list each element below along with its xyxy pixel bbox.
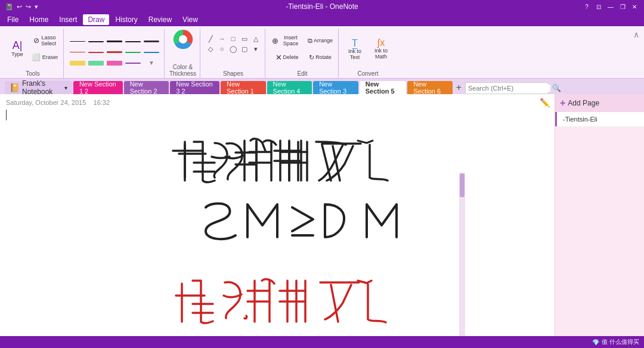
ink-to-text-button[interactable]: T̲ Ink toText: [343, 33, 366, 65]
title-bar: 📓 ↩ ↪ ▾ -Tientsin-Eli - OneNote ? ⊡ — ❐ …: [0, 0, 644, 13]
page-item-tientsin[interactable]: -Tientsin-Eli: [555, 112, 644, 126]
pen-black-2[interactable]: [87, 37, 105, 46]
search-icon[interactable]: 🔍: [552, 84, 561, 92]
shape-oval[interactable]: ○: [216, 44, 227, 54]
ribbon: A| Type ⊘ LassoSelect ⬜ Eraser Tools: [0, 26, 644, 79]
convert-label: Convert: [358, 70, 379, 77]
pen-pink-1[interactable]: [106, 58, 123, 68]
maximize-button[interactable]: ❐: [618, 2, 627, 11]
ribbon-group-edit: ⊕Insert Space ✕Delete ⧉Arrange ↻Rotate E…: [267, 29, 339, 78]
pen-black-3[interactable]: [106, 37, 123, 46]
section-tab-5[interactable]: New Section 4: [267, 81, 312, 94]
note-canvas[interactable]: Saturday, October 24, 2015 16:32 ✏️: [0, 94, 555, 348]
shape-rect2[interactable]: ▭: [239, 34, 250, 44]
lasso-button[interactable]: ⊘ LassoSelect: [30, 33, 60, 48]
main-area: Saturday, October 24, 2015 16:32 ✏️: [0, 94, 644, 348]
section-tab-4[interactable]: New Section 1: [221, 81, 266, 94]
note-toolbar: ✏️: [540, 98, 550, 107]
menu-file[interactable]: File: [2, 14, 23, 25]
shapes-label: Shapes: [223, 70, 243, 77]
pen-black-4[interactable]: [124, 37, 142, 46]
shape-rounded[interactable]: ▢: [239, 44, 250, 54]
pen-yellow-1[interactable]: [69, 58, 86, 68]
rotate-button[interactable]: ↻Rotate: [306, 49, 335, 65]
edit-pencil-icon[interactable]: ✏️: [540, 98, 550, 107]
note-date: Saturday, October 24, 2015 16:32: [6, 99, 110, 106]
menu-draw[interactable]: Draw: [83, 14, 109, 25]
eraser-button[interactable]: ⬜ Eraser: [30, 49, 60, 65]
add-page-icon: +: [560, 98, 565, 108]
section-tab-3[interactable]: New Section 3 2: [170, 81, 219, 94]
section-tab-8[interactable]: New Section 6: [407, 81, 453, 94]
minimize-button[interactable]: —: [606, 2, 615, 11]
pen-red-3[interactable]: [106, 48, 123, 57]
ribbon-group-color: Color &Thickness: [166, 29, 200, 78]
pen-red-2[interactable]: [87, 48, 105, 57]
shape-line[interactable]: ╱: [205, 34, 216, 44]
search-input[interactable]: [468, 85, 550, 92]
color-label: Color &Thickness: [169, 64, 196, 77]
color-picker-icon[interactable]: [172, 29, 194, 50]
menu-insert[interactable]: Insert: [54, 14, 82, 25]
quick-access-save[interactable]: ▾: [35, 3, 38, 11]
ribbon-group-convert: T̲ Ink toText ∫x Ink toMath Convert: [340, 29, 396, 78]
notebook-tab[interactable]: 📔 Frank's Notebook ▾: [5, 81, 72, 94]
delete-button[interactable]: ✕Delete: [270, 49, 304, 65]
close-button[interactable]: ✕: [630, 2, 639, 11]
status-watermark-icon: 💎: [592, 339, 599, 346]
window-controls: ? ⊡ — ❐ ✕: [582, 2, 639, 11]
right-sidebar: + Add Page -Tientsin-Eli: [555, 94, 644, 348]
onenote-logo: 📓: [5, 3, 13, 11]
quick-access-redo[interactable]: ↪: [26, 3, 31, 11]
tab-bar: 📔 Frank's Notebook ▾ New Section 1 2 New…: [0, 79, 644, 94]
menu-home[interactable]: Home: [24, 14, 53, 25]
section-tab-2[interactable]: New Section 2: [124, 81, 169, 94]
section-tab-7[interactable]: New Section 5: [360, 81, 406, 94]
add-section-button[interactable]: +: [454, 81, 464, 94]
shape-triangle[interactable]: △: [250, 34, 261, 44]
svg-point-1: [179, 35, 187, 44]
pen-purple-1[interactable]: [124, 58, 142, 68]
menu-view[interactable]: View: [178, 14, 203, 25]
section-tab-1[interactable]: New Section 1 2: [73, 81, 123, 94]
menu-review[interactable]: Review: [144, 14, 177, 25]
edit-label: Edit: [297, 70, 307, 77]
ribbon-group-shapes: ╱ → □ ▭ △ ◇ ○ ◯ ▢ ▾ Shapes: [202, 29, 265, 78]
add-page-label: Add Page: [568, 99, 599, 107]
shape-more[interactable]: ▾: [250, 44, 261, 54]
title-quick-access: 📓 ↩ ↪ ▾: [5, 3, 38, 11]
restore-button[interactable]: ⊡: [594, 2, 603, 11]
pen-strokes-area: ▼: [69, 37, 160, 68]
pen-green-1[interactable]: [124, 48, 142, 57]
type-button[interactable]: A| Type: [6, 33, 29, 65]
ink-to-math-button[interactable]: ∫x Ink toMath: [370, 33, 392, 65]
quick-access-undo[interactable]: ↩: [17, 3, 22, 11]
ribbon-group-tools: A| Type ⊘ LassoSelect ⬜ Eraser Tools: [2, 29, 64, 78]
status-right: 💎 值 什么值得买: [592, 338, 639, 346]
shape-arrow[interactable]: →: [216, 34, 227, 44]
section-tab-6[interactable]: New Section 3: [313, 81, 358, 94]
pen-scroll[interactable]: ▼: [143, 58, 160, 68]
notebook-name-label: Frank's Notebook: [22, 79, 62, 96]
shape-diamond[interactable]: ◇: [205, 44, 216, 54]
type-label: Type: [11, 52, 23, 58]
menu-history[interactable]: History: [110, 14, 142, 25]
status-text: 值 什么值得买: [602, 338, 639, 346]
help-button[interactable]: ?: [582, 2, 592, 11]
status-bar: 💎 值 什么值得买: [0, 336, 644, 348]
pen-blue-1[interactable]: [143, 48, 160, 57]
pen-red-1[interactable]: [69, 48, 86, 57]
pen-black-1[interactable]: [69, 37, 86, 46]
scrollbar-track[interactable]: [459, 173, 465, 336]
pen-black-5[interactable]: [143, 37, 160, 46]
pen-yellow-2[interactable]: [87, 58, 105, 68]
arrange-button[interactable]: ⧉Arrange: [306, 33, 335, 48]
shape-circle[interactable]: ◯: [228, 44, 239, 54]
shape-rect[interactable]: □: [228, 34, 239, 44]
menu-bar: File Home Insert Draw History Review Vie…: [0, 13, 644, 26]
tools-label: Tools: [26, 70, 39, 77]
insert-space-button[interactable]: ⊕Insert Space: [270, 33, 304, 48]
ribbon-collapse-button[interactable]: ∧: [633, 29, 639, 39]
ribbon-group-pens: ▼: [65, 29, 165, 78]
sidebar-add-page-header[interactable]: + Add Page: [555, 94, 644, 112]
